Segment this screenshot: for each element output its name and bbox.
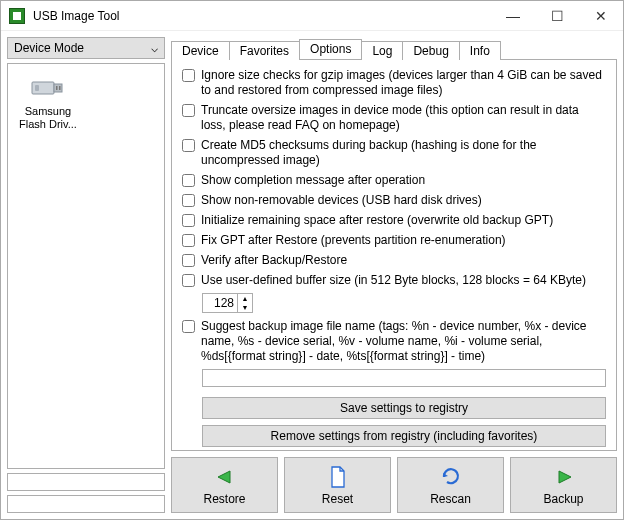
close-button[interactable]: ✕ [579, 1, 623, 31]
maximize-button[interactable]: ☐ [535, 1, 579, 31]
opt-fixgpt: Fix GPT after Restore (prevents partitio… [182, 233, 606, 248]
tab-log[interactable]: Log [361, 41, 403, 60]
tab-device[interactable]: Device [171, 41, 230, 60]
remove-registry-button[interactable]: Remove settings from registry (including… [202, 425, 606, 447]
right-pane: Device Favorites Options Log Debug Info … [171, 37, 617, 513]
spin-up-icon[interactable]: ▲ [238, 294, 252, 303]
left-pane: Device Mode ⌵ Samsung Flash Driv... [7, 37, 165, 513]
opt-completion: Show completion message after operation [182, 173, 606, 188]
document-icon [325, 464, 351, 490]
label-nonremovable: Show non-removable devices (USB hard dis… [201, 193, 606, 208]
label-verify: Verify after Backup/Restore [201, 253, 606, 268]
tab-info[interactable]: Info [459, 41, 501, 60]
spin-buttons: ▲ ▼ [237, 294, 252, 312]
buffer-input[interactable] [203, 295, 237, 311]
label-md5: Create MD5 checksums during backup (hash… [201, 138, 606, 168]
label-fixgpt: Fix GPT after Restore (prevents partitio… [201, 233, 606, 248]
tab-favorites[interactable]: Favorites [229, 41, 300, 60]
arrow-right-icon [551, 464, 577, 490]
flash-drive-icon [30, 74, 66, 102]
checkbox-fixgpt[interactable] [182, 234, 195, 247]
app-icon [9, 8, 25, 24]
opt-suggest: Suggest backup image file name (tags: %n… [182, 319, 606, 364]
svg-rect-4 [35, 85, 39, 91]
tab-strip: Device Favorites Options Log Debug Info [171, 37, 617, 59]
tab-options[interactable]: Options [299, 39, 362, 59]
restore-label: Restore [203, 492, 245, 506]
action-buttons: Restore Reset Rescan Back [171, 457, 617, 513]
checkbox-suggest[interactable] [182, 320, 195, 333]
label-truncate: Truncate oversize images in device mode … [201, 103, 606, 133]
rescan-button[interactable]: Rescan [397, 457, 504, 513]
opt-md5: Create MD5 checksums during backup (hash… [182, 138, 606, 168]
checkbox-initialize[interactable] [182, 214, 195, 227]
status-bar-1 [7, 473, 165, 491]
svg-rect-1 [54, 84, 62, 92]
checkbox-verify[interactable] [182, 254, 195, 267]
label-completion: Show completion message after operation [201, 173, 606, 188]
svg-rect-2 [56, 86, 58, 90]
spin-down-icon[interactable]: ▼ [238, 303, 252, 312]
label-initialize: Initialize remaining space after restore… [201, 213, 606, 228]
window-title: USB Image Tool [33, 9, 491, 23]
opt-verify: Verify after Backup/Restore [182, 253, 606, 268]
refresh-icon [438, 464, 464, 490]
label-ignore-size: Ignore size checks for gzip images (devi… [201, 68, 606, 98]
titlebar: USB Image Tool — ☐ ✕ [1, 1, 623, 31]
reset-button[interactable]: Reset [284, 457, 391, 513]
checkbox-ignore-size[interactable] [182, 69, 195, 82]
checkbox-md5[interactable] [182, 139, 195, 152]
buffer-spinner[interactable]: ▲ ▼ [202, 293, 253, 313]
window-controls: — ☐ ✕ [491, 1, 623, 31]
checkbox-buffer[interactable] [182, 274, 195, 287]
arrow-left-icon [212, 464, 238, 490]
minimize-button[interactable]: — [491, 1, 535, 31]
buffer-spinner-row: ▲ ▼ [202, 293, 606, 313]
opt-nonremovable: Show non-removable devices (USB hard dis… [182, 193, 606, 208]
svg-rect-3 [59, 86, 61, 90]
checkbox-nonremovable[interactable] [182, 194, 195, 207]
restore-button[interactable]: Restore [171, 457, 278, 513]
mode-select-value: Device Mode [14, 41, 84, 55]
device-label-line2: Flash Driv... [19, 118, 77, 131]
checkbox-completion[interactable] [182, 174, 195, 187]
rescan-label: Rescan [430, 492, 471, 506]
status-bar-2 [7, 495, 165, 513]
save-registry-button[interactable]: Save settings to registry [202, 397, 606, 419]
device-item[interactable]: Samsung Flash Driv... [14, 70, 82, 134]
device-label-line1: Samsung [25, 105, 71, 118]
filename-input[interactable] [202, 369, 606, 387]
main-content: Device Mode ⌵ Samsung Flash Driv... Devi… [1, 31, 623, 519]
opt-initialize: Initialize remaining space after restore… [182, 213, 606, 228]
backup-button[interactable]: Backup [510, 457, 617, 513]
label-suggest: Suggest backup image file name (tags: %n… [201, 319, 606, 364]
backup-label: Backup [543, 492, 583, 506]
checkbox-truncate[interactable] [182, 104, 195, 117]
opt-buffer: Use user-defined buffer size (in 512 Byt… [182, 273, 606, 288]
device-list[interactable]: Samsung Flash Driv... [7, 63, 165, 469]
opt-truncate: Truncate oversize images in device mode … [182, 103, 606, 133]
options-panel: Ignore size checks for gzip images (devi… [171, 59, 617, 451]
reset-label: Reset [322, 492, 353, 506]
label-buffer: Use user-defined buffer size (in 512 Byt… [201, 273, 606, 288]
tab-debug[interactable]: Debug [402, 41, 459, 60]
mode-select[interactable]: Device Mode ⌵ [7, 37, 165, 59]
opt-ignore-size: Ignore size checks for gzip images (devi… [182, 68, 606, 98]
chevron-down-icon: ⌵ [151, 41, 158, 55]
